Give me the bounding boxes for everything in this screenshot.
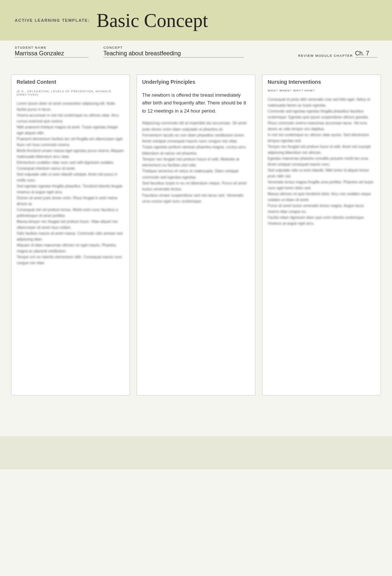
- review-module-value: Ch. 7: [355, 50, 377, 58]
- header: ACTIVE LEARNING TEMPLATE: Basic Concept: [0, 0, 392, 41]
- related-content-header: Related Content: [11, 75, 130, 88]
- page-title: Basic Concept: [97, 10, 208, 31]
- review-module-label: REVIEW MODULE CHAPTER: [298, 54, 353, 58]
- underlying-principles-blurred: Adipiscing commodo elit at imperdiet dui…: [142, 120, 250, 204]
- nursing-interventions-blurred: Consequat id porta nibh venenatis cras s…: [268, 97, 375, 227]
- review-module-field: REVIEW MODULE CHAPTER Ch. 7: [298, 50, 377, 58]
- student-name-field: STUDENT NAME Marrissa Gonzalez: [15, 46, 89, 58]
- concept-field: CONCEPT Teaching about breastfeeding: [103, 46, 244, 58]
- concept-label: CONCEPT: [103, 46, 244, 49]
- underlying-principles-body: Adipiscing commodo elit at imperdiet dui…: [137, 118, 255, 395]
- related-content-panel: Related Content (E.G., DELEGATION, LEVEL…: [11, 75, 130, 396]
- student-name-label: STUDENT NAME: [15, 46, 89, 49]
- related-content-blurred: Lorem ipsum dolor sit amet consectetur a…: [17, 101, 124, 266]
- nursing-interventions-header: Nursing Interventions: [262, 75, 381, 88]
- nursing-interventions-panel: Nursing Interventions WHO? WHEN? WHY? HO…: [262, 75, 381, 396]
- nursing-interventions-body: Consequat id porta nibh venenatis cras s…: [262, 94, 381, 395]
- main-content: Related Content (E.G., DELEGATION, LEVEL…: [0, 67, 392, 403]
- nursing-subheader: WHO? WHEN? WHY? HOW?: [262, 88, 381, 94]
- concept-value: Teaching about breastfeeding: [103, 50, 244, 58]
- panels-container: Related Content (E.G., DELEGATION, LEVEL…: [11, 75, 381, 396]
- underlying-principles-readable: The newborn is offered the breast immedi…: [137, 88, 255, 118]
- info-row: STUDENT NAME Marrissa Gonzalez CONCEPT T…: [0, 41, 392, 61]
- footer: [0, 436, 392, 469]
- related-content-title: Related Content: [17, 79, 56, 85]
- underlying-principles-panel: Underlying Principles The newborn is off…: [137, 75, 255, 396]
- underlying-principles-header: Underlying Principles: [137, 75, 255, 88]
- related-content-subheader: (E.G., DELEGATION, LEVELS OF PREVENTION,…: [11, 88, 130, 99]
- underlying-principles-title: Underlying Principles: [142, 79, 195, 85]
- template-label: ACTIVE LEARNING TEMPLATE:: [15, 18, 90, 23]
- nursing-interventions-title: Nursing Interventions: [268, 79, 321, 85]
- related-content-body: Lorem ipsum dolor sit amet consectetur a…: [11, 99, 130, 395]
- student-name-value: Marrissa Gonzalez: [15, 50, 89, 58]
